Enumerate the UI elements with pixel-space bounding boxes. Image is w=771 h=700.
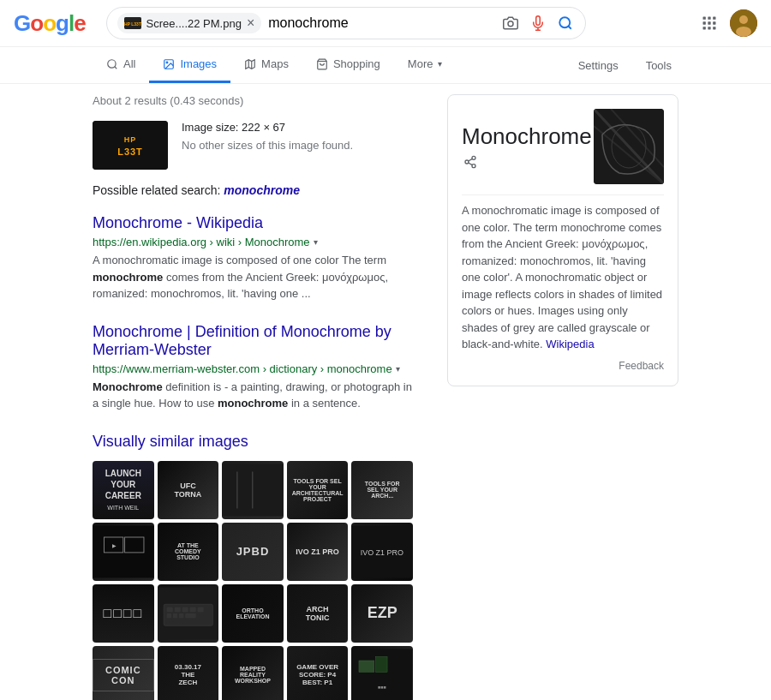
grid-image-15[interactable]: EZP <box>351 584 413 643</box>
svg-rect-42 <box>166 613 170 618</box>
svg-rect-47 <box>359 660 374 671</box>
svg-rect-6 <box>713 17 715 20</box>
svg-point-50 <box>472 156 475 159</box>
kp-feedback[interactable]: Feedback <box>462 360 664 372</box>
google-logo: Google <box>14 10 86 37</box>
kp-wikipedia-link[interactable]: Wikipedia <box>546 338 594 350</box>
image-thumbnail[interactable]: HP L33T <box>93 121 168 170</box>
svg-rect-39 <box>182 607 188 611</box>
grid-image-17[interactable]: 03.30.17THEZECH <box>158 646 219 701</box>
chip-label: Scree....22 PM.png <box>146 17 242 30</box>
nav-maps[interactable]: Maps <box>230 47 302 83</box>
chip-close-button[interactable]: × <box>247 16 254 30</box>
svg-point-2 <box>508 21 513 27</box>
left-column: About 2 results (0.43 seconds) HP L33T I… <box>93 94 413 700</box>
svg-rect-40 <box>189 607 195 611</box>
grid-image-10[interactable]: IVO Z1 PRO <box>351 523 413 581</box>
user-avatar[interactable] <box>730 9 757 37</box>
search-chip[interactable]: HP L33T Scree....22 PM.png × <box>117 13 262 33</box>
svg-text:HP L33T: HP L33T <box>124 21 141 27</box>
svg-rect-11 <box>708 27 710 29</box>
image-size-label: Image size: 222 × 67 <box>182 121 353 134</box>
grid-image-4[interactable]: TOOLS FOR SELYOURARCHITECTURALPROJECT <box>287 461 349 519</box>
top-image-result: HP L33T Image size: 222 × 67 No other si… <box>93 121 413 170</box>
right-column: Monochrome <box>447 94 678 700</box>
svg-rect-10 <box>703 27 706 29</box>
kp-title: Monochrome <box>462 123 592 150</box>
nav-shopping[interactable]: Shopping <box>302 47 394 83</box>
svg-line-54 <box>469 159 473 161</box>
nav-more[interactable]: More ▾ <box>394 47 457 83</box>
header-right <box>699 9 757 37</box>
svg-rect-37 <box>166 607 172 611</box>
kp-thumbnail[interactable] <box>594 109 664 184</box>
result-item-1: Monochrome - Wikipedia https://en.wikipe… <box>93 214 413 302</box>
svg-rect-43 <box>172 613 176 618</box>
image-info: Image size: 222 × 67 No other sizes of t… <box>182 121 353 170</box>
main-content: About 2 results (0.43 seconds) HP L33T I… <box>0 84 771 700</box>
nav-images[interactable]: Images <box>149 47 230 83</box>
grid-image-12[interactable] <box>158 584 219 643</box>
kp-description: A monochromatic image is composed of one… <box>462 202 664 353</box>
search-input[interactable] <box>268 15 493 31</box>
grid-image-19[interactable]: GAME OVERSCORE: P4BEST: P1 <box>287 646 349 701</box>
search-bar[interactable]: HP L33T Scree....22 PM.png × <box>106 7 586 39</box>
similar-section-title: Visually similar images <box>93 433 413 451</box>
svg-rect-23 <box>93 121 168 170</box>
search-icons <box>501 14 575 33</box>
grid-image-13[interactable]: ORTHOELEVATION <box>222 584 284 643</box>
related-search-link[interactable]: monochrome <box>224 183 300 197</box>
settings-link[interactable]: Settings <box>571 59 625 72</box>
svg-point-3 <box>559 17 570 27</box>
url-dropdown-1[interactable]: ▾ <box>314 237 318 247</box>
svg-rect-8 <box>708 21 710 24</box>
grid-image-9[interactable]: IVO Z1 PRO <box>287 523 349 581</box>
grid-image-14[interactable]: ARCHTONIC <box>287 584 349 643</box>
apps-button[interactable] <box>699 13 720 33</box>
grid-image-5[interactable]: TOOLS FORSEL YOURARCH... <box>351 461 413 519</box>
grid-image-6[interactable]: ▶ <box>93 523 154 581</box>
image-grid: LAUNCHYOURCAREERWITH WEIL UFCTORNA TOOLS… <box>93 461 413 701</box>
camera-search-button[interactable] <box>501 14 520 33</box>
result-item-2: Monochrome | Definition of Monochrome by… <box>93 323 413 412</box>
url-dropdown-2[interactable]: ▾ <box>396 364 400 374</box>
grid-image-2[interactable]: UFCTORNA <box>158 461 219 519</box>
result-snippet-2: Monochrome definition is - a painting, d… <box>93 379 413 412</box>
svg-text:■■■: ■■■ <box>378 685 386 690</box>
more-dropdown-arrow: ▾ <box>438 59 442 69</box>
chip-thumbnail: HP L33T <box>124 17 141 29</box>
voice-search-button[interactable] <box>529 14 547 33</box>
svg-rect-38 <box>174 607 180 611</box>
svg-rect-7 <box>703 21 706 24</box>
svg-point-51 <box>465 160 469 164</box>
svg-rect-12 <box>713 27 715 29</box>
related-search: Possible related search: monochrome <box>93 183 413 197</box>
nav-all[interactable]: All <box>93 47 149 83</box>
svg-rect-48 <box>376 656 387 672</box>
tools-link[interactable]: Tools <box>639 59 678 72</box>
search-button[interactable] <box>556 14 575 33</box>
grid-image-3[interactable] <box>222 461 284 519</box>
grid-image-1[interactable]: LAUNCHYOURCAREERWITH WEIL <box>93 461 154 519</box>
svg-marker-19 <box>246 59 255 69</box>
result-url-1: https://en.wikipedia.org › wiki › Monoch… <box>93 236 413 248</box>
svg-rect-45 <box>185 613 196 618</box>
svg-rect-44 <box>179 613 183 618</box>
result-snippet-1: A monochromatic image is composed of one… <box>93 252 413 302</box>
grid-image-8[interactable]: JPBD <box>222 523 284 581</box>
grid-image-11[interactable]: □□□□ <box>93 584 154 643</box>
grid-image-16[interactable]: COMIC CON <box>93 646 154 701</box>
knowledge-panel: Monochrome <box>447 94 678 386</box>
grid-image-7[interactable]: AT THECOMEDYSTUDIO <box>158 523 219 581</box>
svg-point-16 <box>108 59 116 67</box>
svg-line-53 <box>469 163 473 165</box>
result-title-2[interactable]: Monochrome | Definition of Monochrome by… <box>93 323 413 359</box>
grid-image-20[interactable]: ■■■ <box>351 646 413 701</box>
result-title-1[interactable]: Monochrome - Wikipedia <box>93 214 413 232</box>
grid-image-18[interactable]: MAPPEDREALITYWORKSHOP <box>222 646 284 701</box>
svg-text:IVO Z1 PRO: IVO Z1 PRO <box>361 547 403 556</box>
kp-thumb-image <box>594 109 664 184</box>
kp-header: Monochrome <box>462 109 664 184</box>
kp-share-button[interactable] <box>462 153 479 171</box>
svg-rect-9 <box>713 21 715 24</box>
